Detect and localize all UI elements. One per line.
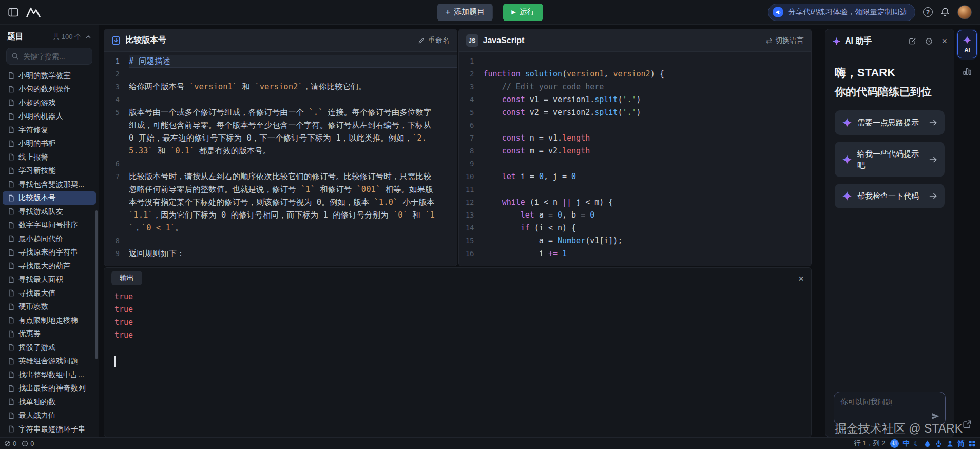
- document-icon: [8, 344, 14, 351]
- expand-panel-icon[interactable]: [963, 420, 972, 429]
- code-panel: JS JavaScript ⇄ 切换语言 12function solution…: [458, 29, 812, 266]
- send-icon[interactable]: [931, 412, 940, 421]
- ime-mic-icon[interactable]: [935, 440, 943, 447]
- document-icon: [8, 99, 14, 106]
- ime-toolbar: 拼 中 ☾ 简: [890, 439, 976, 448]
- leaderboard-icon[interactable]: [963, 67, 972, 76]
- arrow-right-icon: [929, 119, 937, 126]
- promo-banner[interactable]: 分享代码练习体验，领限量定制周边: [768, 4, 915, 21]
- problem-title-label: 找单独的数: [18, 397, 56, 407]
- editors-row: 比较版本号 重命名 1# 问题描述23给你两个版本号 `version1` 和 …: [104, 29, 812, 266]
- problem-title-label: 最小趋同代价: [18, 234, 63, 244]
- document-icon: [8, 235, 14, 242]
- search-box[interactable]: [6, 48, 92, 65]
- cursor-position[interactable]: 行 1，列 2: [854, 439, 886, 448]
- ai-input-box[interactable]: [834, 392, 946, 425]
- ime-night-icon[interactable]: ☾: [913, 440, 920, 447]
- problem-list-item[interactable]: 寻找游戏队友: [3, 205, 96, 219]
- editor-line: 2: [104, 68, 457, 81]
- problem-list-item[interactable]: 学习新技能: [3, 164, 96, 178]
- ime-grid-icon[interactable]: [968, 440, 976, 447]
- code-editor[interactable]: 12function solution(version1, version2) …: [459, 52, 812, 266]
- problem-list-item[interactable]: 英雄组合游戏问题: [3, 355, 96, 368]
- close-icon[interactable]: ×: [941, 36, 947, 47]
- sidebar-title: 题目: [7, 31, 24, 42]
- problem-list-item[interactable]: 数字字母问号排序: [3, 219, 96, 232]
- problem-list-item[interactable]: 字符修复: [3, 123, 96, 137]
- problem-list-item[interactable]: 最小趋同代价: [3, 232, 96, 246]
- problem-list-item[interactable]: 小包的数列操作: [3, 83, 96, 96]
- ime-simplified-icon[interactable]: 简: [957, 440, 965, 447]
- ime-chinese-icon[interactable]: 中: [902, 440, 910, 447]
- problem-list-item[interactable]: 找出最长的神奇数列: [3, 382, 96, 396]
- problem-list-item[interactable]: 摇骰子游戏: [3, 341, 96, 355]
- editor-line: 4: [104, 93, 457, 106]
- markdown-editor[interactable]: 1# 问题描述23给你两个版本号 `version1` 和 `version2`…: [104, 52, 457, 266]
- problem-title-label: 小明的机器人: [18, 111, 63, 121]
- problem-list-item[interactable]: 寻找最大的葫芦: [3, 259, 96, 273]
- ai-panel-header: AI 助手 ×: [825, 29, 954, 53]
- problem-list-item[interactable]: 找单独的数: [3, 395, 96, 409]
- output-console[interactable]: true true true true: [104, 288, 811, 367]
- ai-suggestion-card[interactable]: 需要一点思路提示: [835, 110, 945, 135]
- warning-indicator[interactable]: 0: [22, 440, 34, 447]
- output-header: 输出 ×: [104, 268, 811, 288]
- problem-list: 小明的数学教室 小包的数列操作 小超的游戏: [0, 69, 99, 437]
- sidebar-toggle-icon[interactable]: [8, 8, 18, 17]
- rename-button[interactable]: 重命名: [418, 36, 450, 45]
- problem-title-label: 字符修复: [18, 125, 48, 135]
- problem-list-item[interactable]: 有点限制地走楼梯: [3, 314, 96, 327]
- add-question-button[interactable]: + 添加题目: [437, 4, 493, 21]
- problem-list-item[interactable]: 寻找包含斐波那契...: [3, 178, 96, 191]
- close-icon[interactable]: ×: [798, 274, 804, 283]
- language-label: JavaScript: [483, 36, 525, 45]
- search-input[interactable]: [6, 48, 92, 65]
- problem-list-item[interactable]: 寻找最大面积: [3, 273, 96, 287]
- new-chat-icon[interactable]: [909, 37, 916, 45]
- switch-language-button[interactable]: ⇄ 切换语言: [766, 36, 804, 45]
- problem-list-item[interactable]: 寻找最大值: [3, 286, 96, 300]
- problem-list-item[interactable]: 最大战力值: [3, 409, 96, 423]
- ime-pinyin-icon[interactable]: 拼: [890, 439, 899, 448]
- problem-list-item[interactable]: 小明的机器人: [3, 110, 96, 124]
- editor-line: 7比较版本号时，请按从左到右的顺序依次比较它们的修订号。比较修订号时，只需比较忽…: [104, 170, 457, 235]
- editor-line: 16 i += 1: [459, 247, 812, 260]
- ai-tab[interactable]: AI: [957, 30, 977, 58]
- problem-list-item[interactable]: 优惠券: [3, 327, 96, 341]
- status-right: 行 1，列 2 拼 中 ☾ 简: [854, 439, 976, 448]
- problem-list-item[interactable]: 线上报警: [3, 150, 96, 164]
- ai-suggestion-card[interactable]: 给我一些代码提示吧: [835, 142, 945, 178]
- problem-list-item[interactable]: 寻找原来的字符串: [3, 246, 96, 260]
- problem-list-item[interactable]: 比较版本号: [3, 191, 96, 205]
- topbar-right: 分享代码练习体验，领限量定制周边 ?: [768, 4, 972, 21]
- problem-list-item[interactable]: 小明的数学教室: [3, 69, 96, 83]
- ime-account-icon[interactable]: [946, 440, 954, 447]
- problem-list-item[interactable]: 字符串最短循环子串: [3, 422, 96, 436]
- history-icon[interactable]: [925, 37, 933, 45]
- run-button[interactable]: ▶ 运行: [503, 4, 543, 21]
- document-icon: [8, 289, 14, 297]
- editor-line: 11: [459, 183, 812, 196]
- document-icon: [8, 249, 14, 256]
- sidebar-scrollbar[interactable]: [95, 210, 98, 359]
- help-icon[interactable]: ?: [923, 7, 933, 17]
- status-left: 0 0: [4, 440, 34, 447]
- plus-icon: +: [445, 8, 450, 16]
- problem-list-item[interactable]: 小超的游戏: [3, 96, 96, 110]
- problem-list-item[interactable]: 找出整型数组中占...: [3, 368, 96, 382]
- bell-icon[interactable]: [940, 7, 950, 17]
- chevron-up-icon[interactable]: [85, 34, 91, 40]
- ai-question-input[interactable]: [834, 392, 945, 425]
- problem-list-item[interactable]: 硬币凑数: [3, 300, 96, 314]
- main-area: 比较版本号 重命名 1# 问题描述23给你两个版本号 `version1` 和 …: [104, 25, 812, 437]
- problem-list-item[interactable]: 小明的书柜: [3, 137, 96, 151]
- app-logo[interactable]: [26, 7, 41, 18]
- ai-suggestion-card[interactable]: 帮我检查一下代码: [835, 184, 945, 208]
- error-indicator[interactable]: 0: [4, 440, 16, 447]
- problem-title-label: 数字字母问号排序: [18, 220, 78, 230]
- output-tab[interactable]: 输出: [111, 271, 142, 285]
- document-icon: [8, 113, 14, 120]
- avatar[interactable]: [957, 5, 972, 19]
- editor-line: 1: [459, 55, 812, 68]
- ime-ink-icon[interactable]: [924, 440, 931, 447]
